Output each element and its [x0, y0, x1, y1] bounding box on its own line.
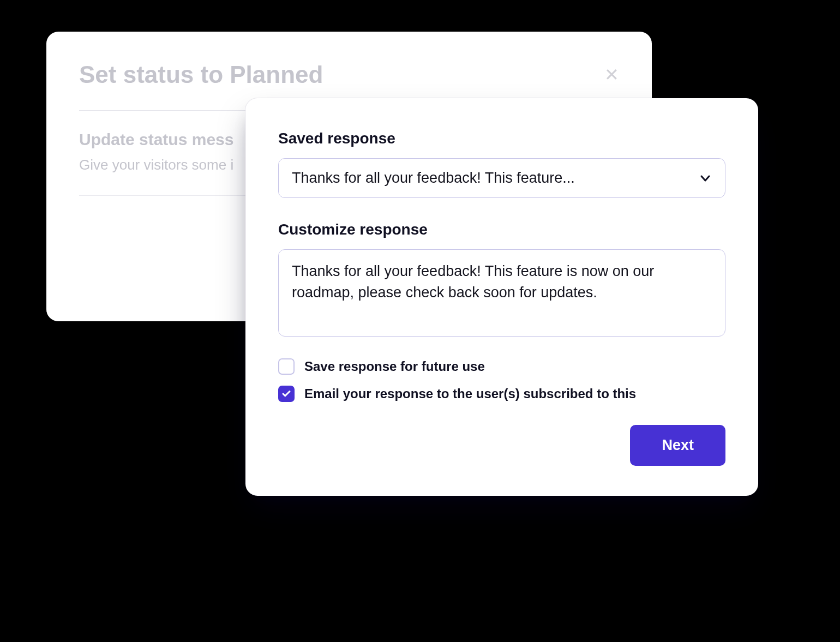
background-dialog-title: Set status to Planned [79, 61, 323, 88]
email-users-checkbox[interactable] [278, 386, 295, 402]
customize-response-label: Customize response [278, 221, 725, 238]
save-response-checkbox-row[interactable]: Save response for future use [278, 358, 725, 375]
customize-response-textarea[interactable] [278, 249, 725, 337]
email-users-checkbox-label: Email your response to the user(s) subsc… [304, 386, 636, 401]
next-button[interactable]: Next [630, 425, 725, 466]
saved-response-value: Thanks for all your feedback! This featu… [292, 170, 575, 187]
save-response-checkbox[interactable] [278, 358, 295, 375]
check-icon [281, 389, 291, 399]
save-response-checkbox-label: Save response for future use [304, 359, 485, 374]
close-icon[interactable]: ✕ [604, 66, 619, 83]
response-dialog: Saved response Thanks for all your feedb… [245, 98, 758, 496]
saved-response-label: Saved response [278, 130, 725, 147]
chevron-down-icon [699, 172, 712, 185]
dialog-actions: Next [278, 425, 725, 466]
saved-response-select[interactable]: Thanks for all your feedback! This featu… [278, 158, 725, 198]
email-users-checkbox-row[interactable]: Email your response to the user(s) subsc… [278, 386, 725, 402]
